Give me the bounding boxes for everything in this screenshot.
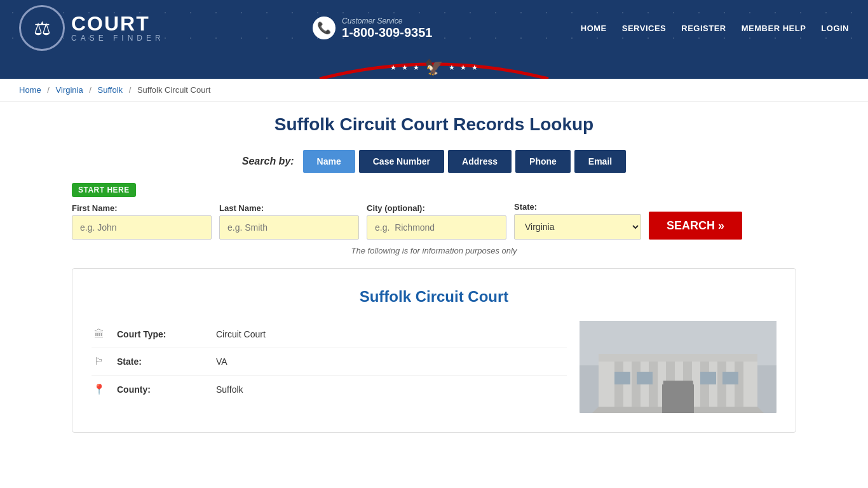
- logo-emblem: [19, 5, 65, 51]
- svg-rect-17: [722, 372, 738, 384]
- eagle-stars-row: ★ ★ ★ 🦅 ★ ★ ★: [390, 58, 478, 79]
- tab-name[interactable]: Name: [303, 150, 355, 173]
- court-card-title: Suffolk Circuit Court: [92, 288, 776, 306]
- star-5: ★: [460, 64, 466, 72]
- site-header: COURT CASE FINDER 📞 Customer Service 1-8…: [0, 0, 868, 56]
- svg-marker-12: [592, 407, 764, 413]
- court-type-label: Court Type:: [117, 329, 206, 339]
- svg-rect-6: [666, 359, 675, 407]
- city-input[interactable]: [367, 215, 506, 240]
- county-value: Suffolk: [216, 384, 243, 395]
- search-by-label: Search by:: [242, 156, 294, 167]
- logo-area: COURT CASE FINDER: [19, 5, 165, 51]
- state-select[interactable]: Virginia AlabamaAlaskaArizona ArkansasCa…: [514, 214, 641, 240]
- court-info-table: 🏛 Court Type: Circuit Court 🏳 State: VA …: [92, 321, 567, 403]
- svg-rect-7: [683, 359, 692, 407]
- court-card: Suffolk Circuit Court 🏛 Court Type: Circ…: [72, 268, 796, 433]
- first-name-label: First Name:: [72, 203, 212, 213]
- breadcrumb: Home / Virginia / Suffolk / Suffolk Circ…: [0, 79, 868, 102]
- customer-service-block: 📞 Customer Service 1-800-309-9351: [313, 17, 432, 40]
- building-icon: 🏛: [92, 329, 107, 340]
- main-content: Suffolk Circuit Court Records Lookup Sea…: [53, 102, 815, 445]
- breadcrumb-sep-1: /: [47, 85, 50, 95]
- eagle-icon: 🦅: [424, 58, 444, 76]
- first-name-input[interactable]: [72, 215, 212, 240]
- court-type-value: Circuit Court: [216, 329, 266, 339]
- customer-service-text: Customer Service 1-800-309-9351: [342, 17, 432, 40]
- svg-rect-13: [662, 384, 694, 413]
- state-group: State: Virginia AlabamaAlaskaArizona Ark…: [514, 202, 641, 240]
- nav-register[interactable]: REGISTER: [681, 24, 726, 33]
- search-form-row: First Name: Last Name: City (optional): …: [72, 202, 796, 240]
- phone-icon: 📞: [313, 17, 336, 39]
- breadcrumb-sep-2: /: [89, 85, 92, 95]
- svg-rect-15: [637, 372, 653, 384]
- last-name-label: Last Name:: [219, 203, 359, 213]
- breadcrumb-suffolk[interactable]: Suffolk: [98, 85, 123, 95]
- info-note: The following is for information purpose…: [72, 246, 796, 255]
- customer-service-label: Customer Service: [342, 17, 432, 25]
- location-icon: 📍: [92, 383, 107, 395]
- svg-rect-11: [599, 354, 757, 362]
- courthouse-svg: [580, 321, 776, 413]
- state-label: State:: [514, 202, 641, 212]
- tab-phone[interactable]: Phone: [515, 150, 571, 173]
- star-3: ★: [413, 64, 419, 72]
- tab-address[interactable]: Address: [448, 150, 512, 173]
- breadcrumb-virginia[interactable]: Virginia: [56, 85, 83, 95]
- customer-service-phone: 1-800-309-9351: [342, 25, 432, 40]
- court-type-row: 🏛 Court Type: Circuit Court: [92, 321, 567, 348]
- star-6: ★: [471, 64, 478, 72]
- state-value: VA: [216, 356, 227, 367]
- state-label-card: State:: [117, 356, 206, 367]
- court-image-inner: [580, 321, 776, 413]
- page-title: Suffolk Circuit Court Records Lookup: [72, 114, 796, 135]
- court-card-body: 🏛 Court Type: Circuit Court 🏳 State: VA …: [92, 321, 776, 413]
- tab-case-number[interactable]: Case Number: [359, 150, 444, 173]
- county-label: County:: [117, 384, 206, 395]
- logo-case-finder-text: CASE FINDER: [71, 34, 165, 43]
- flag-icon: 🏳: [92, 356, 107, 367]
- breadcrumb-home[interactable]: Home: [19, 85, 41, 95]
- logo-court-text: COURT: [71, 13, 165, 34]
- svg-rect-16: [700, 372, 716, 384]
- start-here-badge: START HERE: [72, 183, 136, 197]
- star-4: ★: [449, 64, 455, 72]
- last-name-group: Last Name:: [219, 203, 359, 240]
- city-label: City (optional):: [367, 203, 506, 213]
- eagle-banner: ★ ★ ★ 🦅 ★ ★ ★: [0, 56, 868, 79]
- last-name-input[interactable]: [219, 215, 359, 240]
- logo-text-block: COURT CASE FINDER: [71, 13, 165, 43]
- court-image: [580, 321, 776, 413]
- nav-services[interactable]: SERVICES: [622, 24, 667, 33]
- svg-rect-14: [614, 372, 630, 384]
- tab-email[interactable]: Email: [574, 150, 626, 173]
- main-nav: HOME SERVICES REGISTER MEMBER HELP LOGIN: [581, 24, 849, 33]
- search-by-row: Search by: Name Case Number Address Phon…: [72, 150, 796, 173]
- breadcrumb-sep-3: /: [129, 85, 132, 95]
- first-name-group: First Name:: [72, 203, 212, 240]
- nav-member-help[interactable]: MEMBER HELP: [742, 24, 806, 33]
- nav-home[interactable]: HOME: [581, 24, 607, 33]
- nav-login[interactable]: LOGIN: [821, 24, 849, 33]
- star-2: ★: [402, 64, 408, 72]
- state-row: 🏳 State: VA: [92, 348, 567, 376]
- star-1: ★: [390, 64, 397, 72]
- city-group: City (optional):: [367, 203, 506, 240]
- county-row: 📍 County: Suffolk: [92, 376, 567, 403]
- breadcrumb-current: Suffolk Circuit Court: [137, 85, 210, 95]
- search-button[interactable]: SEARCH »: [649, 212, 742, 240]
